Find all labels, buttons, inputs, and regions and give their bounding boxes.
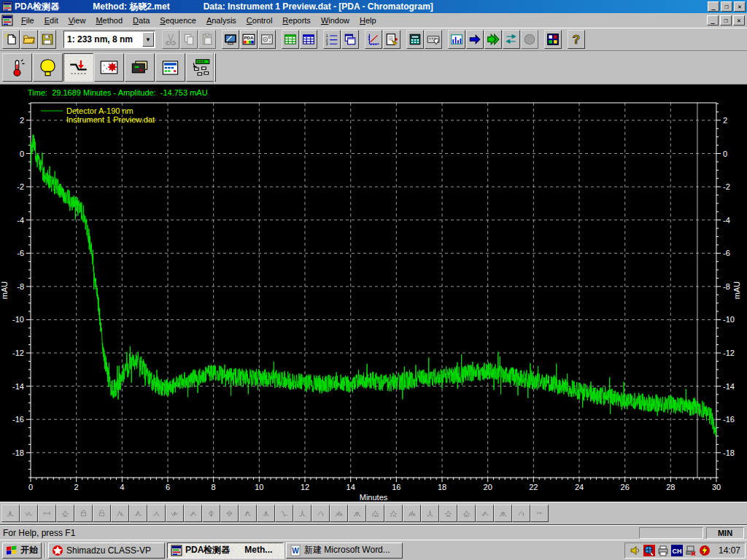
spark-event-button[interactable] [94,53,124,82]
wavelength-selector[interactable]: 1: 233 nm, 8 nm▼ [63,31,155,48]
horizontal-peak-button[interactable] [512,505,530,522]
menu-sequence[interactable]: Sequence [155,14,201,27]
task-shimadzu-classvp[interactable]: Shimadzu CLASS-VP [48,542,165,559]
mdi-close-button[interactable]: ✕ [733,15,745,26]
acquisition-monitor-button[interactable] [222,30,239,49]
pda-view-button[interactable]: PDA [240,30,258,49]
data-cascade-button[interactable] [341,30,359,49]
lock-integration-button[interactable] [74,505,93,522]
mdi-child-icon[interactable] [1,15,13,26]
lamp-button[interactable] [33,53,63,82]
force-tangent-line-button[interactable]: F T/L [384,505,403,522]
calculator-button[interactable] [406,30,424,49]
instrument-setup-button[interactable] [186,53,216,82]
manual-peak-button[interactable] [1,505,20,522]
force-baseline-a-button[interactable] [239,505,257,522]
tangent-skim-button[interactable] [311,505,330,522]
paste-button[interactable] [198,30,216,49]
tray-input-method-ch-icon[interactable]: CH [671,545,683,556]
tray-antivirus-lightning-icon[interactable] [699,545,711,556]
restore-button[interactable]: ❐ [721,1,732,12]
dotted-drop-button[interactable] [421,505,439,522]
sequence-list-button[interactable]: 123 [323,30,341,49]
auto-zero-baseline-button[interactable] [63,53,93,82]
split-peak-b-button[interactable] [220,505,239,522]
tray-volume-icon[interactable] [630,545,641,556]
start-button[interactable]: 开始 [2,542,42,559]
drop-perpendicular-left-button[interactable] [111,505,129,522]
menu-reports[interactable]: Reports [277,14,316,27]
manual-entry-button[interactable] [425,30,442,49]
control-panel-button[interactable] [155,53,185,82]
lock-integration-icon [80,507,88,520]
chromatogram-chart[interactable]: 0246810121416182022242628302200-2-2-4-4-… [0,85,747,502]
reject-peak-button[interactable]: REJ [457,505,476,522]
open-file-button[interactable] [20,30,38,49]
valley-peak-button[interactable] [20,505,38,522]
insert-peak-icon: INS [444,507,452,520]
contour-plot-button[interactable] [258,30,276,49]
menu-control[interactable]: Control [241,14,277,27]
menu-method[interactable]: Method [90,14,128,27]
move-baseline-button[interactable] [38,505,56,522]
menu-view[interactable]: View [63,14,91,27]
results-table-green-button[interactable] [282,30,299,49]
valley-to-valley-a-button[interactable] [166,505,184,522]
strike-peak-button[interactable] [403,505,421,522]
combo-dropdown-arrow-icon[interactable]: ▼ [142,32,154,47]
peak-marker-button[interactable] [147,505,166,522]
results-table-blue-button[interactable] [300,30,317,49]
peak-table-button[interactable]: TBL [56,505,74,522]
task-pda-detector[interactable]: PDA检测器 Meth... [167,542,284,559]
merge-peaks-b-button[interactable] [348,505,366,522]
y-tick-label-right: -4 [723,216,730,225]
mdi-restore-button[interactable]: ❐ [720,15,732,26]
bar-graph-button[interactable] [448,30,465,49]
tray-network-globe-icon[interactable] [643,545,655,556]
new-file-button[interactable] [2,30,20,49]
report-edit-button[interactable] [383,30,400,49]
unlock-integration-button[interactable] [93,505,111,522]
detector-monitor-button[interactable] [125,53,155,82]
slash-peak-button[interactable] [476,505,494,522]
hatch-peaks-button[interactable] [494,505,512,522]
insert-peak-button[interactable]: INS [439,505,457,522]
menu-window[interactable]: Window [316,14,355,27]
minimize-button[interactable]: _ [708,1,719,12]
sampling-rate-button[interactable]: 5 Hz [530,505,549,522]
step-baseline-button[interactable] [275,505,293,522]
close-button[interactable]: ✕ [734,1,746,12]
batch-run-button[interactable] [484,30,502,49]
menu-data[interactable]: Data [128,14,155,27]
tray-printer-error-icon[interactable] [685,545,697,556]
mdi-minimize-button[interactable]: _ [707,15,719,26]
copy-button[interactable] [180,30,198,49]
download-method-icon [505,33,518,46]
force-baseline-b-button[interactable] [257,505,275,522]
y-tick-label-right: -8 [723,282,730,291]
y-axis-title-left: mAU [0,281,9,300]
chromatogram-panel[interactable]: Time: 29.1689 Minutes - Amplitude: -14.7… [0,85,747,502]
single-run-button[interactable] [466,30,484,49]
save-file-button[interactable] [39,30,56,49]
vertical-drop-button[interactable] [293,505,311,522]
menu-file[interactable]: File [16,14,39,27]
force-baseline-up-button[interactable]: F B/U [366,505,384,522]
batch-run-icon [487,33,500,46]
oven-temperature-button[interactable] [2,53,32,82]
split-peak-a-button[interactable] [202,505,220,522]
merge-peaks-a-button[interactable] [330,505,348,522]
menu-analysis[interactable]: Analysis [201,14,241,27]
menu-help[interactable]: Help [355,14,382,27]
stop-run-button[interactable] [521,30,538,49]
help-button[interactable]: ? [568,30,585,49]
valley-to-valley-b-button[interactable] [184,505,202,522]
drop-perpendicular-right-button[interactable] [129,505,147,522]
download-method-button[interactable] [503,30,520,49]
task-word-document[interactable]: W新建 Microsoft Word... [286,542,403,559]
tray-printer-icon[interactable] [657,545,669,556]
instrument-status-grid-button[interactable] [544,30,562,49]
menu-edit[interactable]: Edit [39,14,63,27]
cut-button[interactable] [162,30,179,49]
xy-chart-button[interactable] [365,30,382,49]
